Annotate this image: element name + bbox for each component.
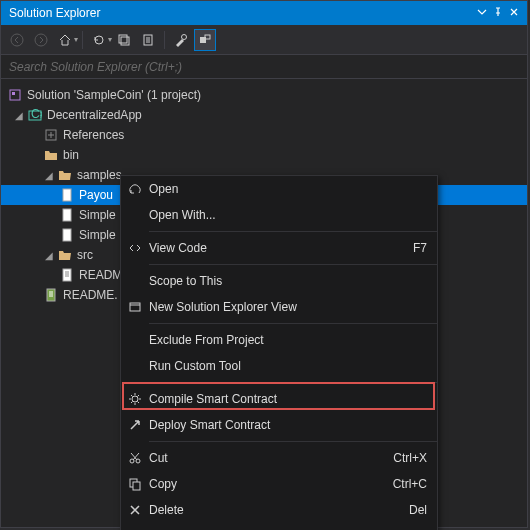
menu-delete[interactable]: Delete Del — [121, 497, 437, 523]
dropdown-icon[interactable] — [477, 6, 487, 20]
svg-rect-15 — [63, 229, 71, 241]
references-node[interactable]: References — [1, 125, 527, 145]
csharp-file-icon — [59, 207, 75, 223]
svg-rect-2 — [119, 35, 127, 43]
svg-rect-17 — [47, 289, 55, 301]
menu-compile-smart-contract[interactable]: Compile Smart Contract — [121, 386, 437, 412]
svg-point-19 — [132, 396, 138, 402]
expander-open-icon[interactable]: ◢ — [43, 249, 55, 261]
home-dropdown[interactable]: ▾ — [74, 35, 78, 44]
text-file-icon — [59, 267, 75, 283]
copy-icon — [121, 477, 149, 491]
solution-icon — [7, 87, 23, 103]
sync-dropdown[interactable]: ▾ — [108, 35, 112, 44]
svg-point-0 — [11, 34, 23, 46]
svg-point-1 — [35, 34, 47, 46]
menu-new-solution-explorer-view[interactable]: New Solution Explorer View — [121, 294, 437, 320]
project-node[interactable]: ◢ C# DecentralizedApp — [1, 105, 527, 125]
properties-button[interactable] — [170, 29, 192, 51]
svg-rect-13 — [63, 189, 71, 201]
svg-rect-14 — [63, 209, 71, 221]
menu-separator — [149, 441, 437, 442]
sync-button[interactable] — [88, 29, 110, 51]
search-placeholder: Search Solution Explorer (Ctrl+;) — [9, 60, 182, 74]
toolbar: ▾ ▾ — [1, 25, 527, 55]
close-icon[interactable] — [509, 6, 519, 20]
svg-point-5 — [182, 34, 187, 39]
expander-open-icon[interactable]: ◢ — [13, 109, 25, 121]
menu-separator — [149, 382, 437, 383]
text-file-icon — [43, 287, 59, 303]
view-code-icon — [121, 241, 149, 255]
menu-run-custom-tool[interactable]: Run Custom Tool — [121, 353, 437, 379]
panel-titlebar: Solution Explorer — [1, 1, 527, 25]
panel-title: Solution Explorer — [9, 6, 477, 20]
back-button — [6, 29, 28, 51]
show-all-files-button[interactable] — [137, 29, 159, 51]
cut-icon — [121, 451, 149, 465]
svg-text:C#: C# — [31, 108, 42, 121]
menu-separator — [149, 231, 437, 232]
delete-icon — [121, 503, 149, 517]
folder-open-icon — [57, 167, 73, 183]
forward-button — [30, 29, 52, 51]
svg-rect-18 — [130, 303, 140, 311]
collapse-all-button[interactable] — [113, 29, 135, 51]
home-button[interactable] — [54, 29, 76, 51]
folder-icon — [43, 147, 59, 163]
menu-cut[interactable]: Cut Ctrl+X — [121, 445, 437, 471]
menu-view-code[interactable]: View Code F7 — [121, 235, 437, 261]
bin-folder[interactable]: bin — [1, 145, 527, 165]
menu-separator — [149, 264, 437, 265]
menu-open-with[interactable]: Open With... — [121, 202, 437, 228]
menu-rename[interactable]: Rename — [121, 523, 437, 530]
deploy-icon — [121, 418, 149, 432]
preview-button[interactable] — [194, 29, 216, 51]
svg-rect-9 — [12, 92, 15, 95]
svg-rect-16 — [63, 269, 71, 281]
expander-open-icon[interactable]: ◢ — [43, 169, 55, 181]
references-icon — [43, 127, 59, 143]
search-input[interactable]: Search Solution Explorer (Ctrl+;) — [1, 55, 527, 79]
menu-separator — [149, 323, 437, 324]
csharp-project-icon: C# — [27, 107, 43, 123]
menu-exclude-from-project[interactable]: Exclude From Project — [121, 327, 437, 353]
svg-rect-23 — [133, 482, 140, 490]
csharp-file-icon — [59, 227, 75, 243]
csharp-file-icon — [59, 187, 75, 203]
menu-scope-to-this[interactable]: Scope to This — [121, 268, 437, 294]
folder-open-icon — [57, 247, 73, 263]
open-icon — [121, 182, 149, 196]
new-view-icon — [121, 300, 149, 314]
gear-icon — [121, 392, 149, 406]
menu-open[interactable]: Open — [121, 176, 437, 202]
solution-node[interactable]: Solution 'SampleCoin' (1 project) — [1, 85, 527, 105]
menu-copy[interactable]: Copy Ctrl+C — [121, 471, 437, 497]
svg-rect-3 — [121, 37, 129, 45]
context-menu: Open Open With... View Code F7 Scope to … — [120, 175, 438, 530]
menu-deploy-smart-contract[interactable]: Deploy Smart Contract — [121, 412, 437, 438]
pin-icon[interactable] — [493, 6, 503, 20]
